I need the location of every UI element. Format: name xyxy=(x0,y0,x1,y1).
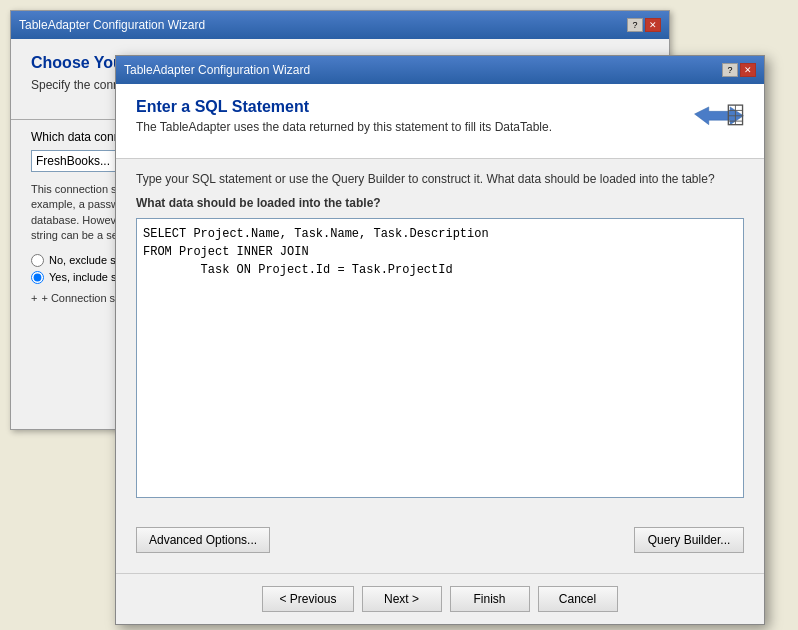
fg-content-area: Type your SQL statement or use the Query… xyxy=(116,159,764,513)
sql-icon xyxy=(694,98,744,138)
bg-radio-no-input[interactable] xyxy=(31,254,44,267)
fg-dialog-title: TableAdapter Configuration Wizard xyxy=(124,63,310,77)
bg-titlebar-buttons: ? ✕ xyxy=(627,18,661,32)
bg-help-button[interactable]: ? xyxy=(627,18,643,32)
bg-titlebar: TableAdapter Configuration Wizard ? ✕ xyxy=(11,11,669,39)
bg-radio-yes-input[interactable] xyxy=(31,271,44,284)
fg-header-text: Enter a SQL Statement The TableAdapter u… xyxy=(136,98,552,134)
sql-editor[interactable] xyxy=(136,218,744,498)
fg-header-area: Enter a SQL Statement The TableAdapter u… xyxy=(136,98,744,138)
fg-titlebar-buttons: ? ✕ xyxy=(722,63,756,77)
bg-dialog-title: TableAdapter Configuration Wizard xyxy=(19,18,205,32)
fg-instruction: Type your SQL statement or use the Query… xyxy=(136,171,744,188)
fg-white-band: Enter a SQL Statement The TableAdapter u… xyxy=(116,84,764,159)
next-button[interactable]: Next > xyxy=(362,586,442,612)
previous-button[interactable]: < Previous xyxy=(262,586,353,612)
query-builder-button[interactable]: Query Builder... xyxy=(634,527,744,553)
fg-question: What data should be loaded into the tabl… xyxy=(136,196,744,210)
foreground-dialog: TableAdapter Configuration Wizard ? ✕ En… xyxy=(115,55,765,625)
fg-button-row: Advanced Options... Query Builder... xyxy=(116,517,764,563)
finish-button[interactable]: Finish xyxy=(450,586,530,612)
fg-dialog-header: Enter a SQL Statement xyxy=(136,98,552,116)
fg-titlebar: TableAdapter Configuration Wizard ? ✕ xyxy=(116,56,764,84)
fg-close-button[interactable]: ✕ xyxy=(740,63,756,77)
fg-help-button[interactable]: ? xyxy=(722,63,738,77)
fg-dialog-desc: The TableAdapter uses the data returned … xyxy=(136,120,552,134)
cancel-button[interactable]: Cancel xyxy=(538,586,618,612)
bg-close-button[interactable]: ✕ xyxy=(645,18,661,32)
expand-icon: + xyxy=(31,292,37,304)
advanced-options-button[interactable]: Advanced Options... xyxy=(136,527,270,553)
fg-nav-row: < Previous Next > Finish Cancel xyxy=(116,573,764,624)
